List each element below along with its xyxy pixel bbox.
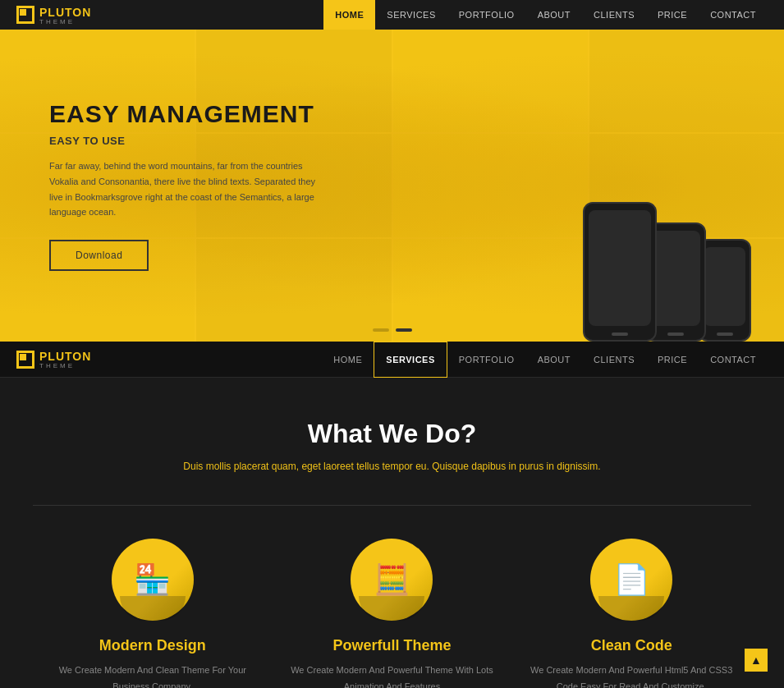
nav-price[interactable]: PRICE: [646, 0, 699, 30]
services-subtitle: Duis mollis placerat quam, eget laoreet …: [16, 461, 768, 472]
nav-home[interactable]: HOME: [323, 0, 375, 30]
nav2-services[interactable]: SERVICES: [374, 342, 447, 378]
nav2-about[interactable]: ABOUT: [526, 342, 582, 378]
svg-rect-3: [20, 354, 25, 360]
hero-subtitle: EASY TO USE: [49, 135, 382, 147]
svg-rect-1: [20, 9, 25, 15]
second-logo-text: PLUTON: [39, 350, 91, 363]
nav2-portfolio[interactable]: PORTFOLIO: [447, 342, 526, 378]
nav2-contact[interactable]: CONTACT: [699, 342, 768, 378]
second-nav: PLUTON THEME HOME SERVICES PORTFOLIO ABO…: [0, 342, 784, 378]
modern-design-icon: 🏪: [134, 562, 171, 597]
service-desc-2: We Create Modern And Powerful Theme With…: [289, 663, 496, 688]
service-desc-1: We Create Modern And Clean Theme For You…: [49, 663, 256, 688]
hero-phones: [583, 202, 751, 342]
hero-text: Far far away, behind the word mountains,…: [49, 158, 328, 220]
services-grid: 🏪 Modern Design We Create Modern And Cle…: [0, 539, 784, 688]
hero-content: EASY MANAGEMENT EASY TO USE Far far away…: [0, 100, 431, 271]
nav-about[interactable]: ABOUT: [526, 0, 582, 30]
second-logo-subtext: THEME: [39, 362, 91, 369]
nav-portfolio[interactable]: PORTFOLIO: [447, 0, 526, 30]
nav2-price[interactable]: PRICE: [646, 342, 699, 378]
hero-title: EASY MANAGEMENT: [49, 100, 382, 128]
service-name-3: Clean Code: [528, 637, 735, 654]
logo-text: PLUTON: [39, 6, 91, 19]
powerfull-theme-icon: 🧮: [374, 562, 410, 597]
service-name-1: Modern Design: [49, 637, 256, 654]
second-nav-links: HOME SERVICES PORTFOLIO ABOUT CLIENTS PR…: [322, 342, 768, 378]
service-name-2: Powerfull Theme: [289, 637, 496, 654]
phone-large: [583, 202, 657, 342]
services-header: What We Do? Duis mollis placerat quam, e…: [0, 378, 784, 505]
clean-code-icon: 📄: [613, 562, 650, 597]
service-desc-3: We Create Modern And Powerful Html5 And …: [528, 663, 735, 688]
services-section: PLUTON THEME HOME SERVICES PORTFOLIO ABO…: [0, 342, 784, 688]
service-card-1: 🏪 Modern Design We Create Modern And Cle…: [49, 539, 256, 688]
service-card-3: 📄 Clean Code We Create Modern And Powerf…: [528, 539, 735, 688]
nav2-clients[interactable]: CLIENTS: [582, 342, 646, 378]
service-icon-wrap-1: 🏪: [112, 539, 194, 621]
nav-clients[interactable]: CLIENTS: [582, 0, 646, 30]
scroll-to-top-button[interactable]: ▲: [745, 649, 768, 672]
logo-icon: [16, 6, 34, 24]
logo: PLUTON THEME: [16, 5, 91, 25]
second-logo: PLUTON THEME: [16, 349, 91, 369]
hero-section: EASY MANAGEMENT EASY TO USE Far far away…: [0, 30, 784, 342]
dot-1[interactable]: [373, 328, 389, 332]
services-divider: [33, 505, 751, 506]
nav2-home[interactable]: HOME: [322, 342, 374, 378]
svg-rect-2: [18, 352, 33, 367]
nav-services[interactable]: SERVICES: [375, 0, 447, 30]
nav-contact[interactable]: CONTACT: [699, 0, 768, 30]
services-title: What We Do?: [16, 419, 768, 449]
dot-2[interactable]: [396, 328, 412, 332]
top-nav: PLUTON THEME HOME SERVICES PORTFOLIO ABO…: [0, 0, 784, 30]
download-button[interactable]: Download: [49, 240, 149, 271]
service-icon-wrap-3: 📄: [590, 539, 672, 621]
service-icon-wrap-2: 🧮: [351, 539, 433, 621]
svg-rect-0: [18, 7, 33, 22]
hero-dots: [373, 328, 412, 332]
service-card-2: 🧮 Powerfull Theme We Create Modern And P…: [289, 539, 496, 688]
top-nav-links: HOME SERVICES PORTFOLIO ABOUT CLIENTS PR…: [323, 0, 768, 30]
